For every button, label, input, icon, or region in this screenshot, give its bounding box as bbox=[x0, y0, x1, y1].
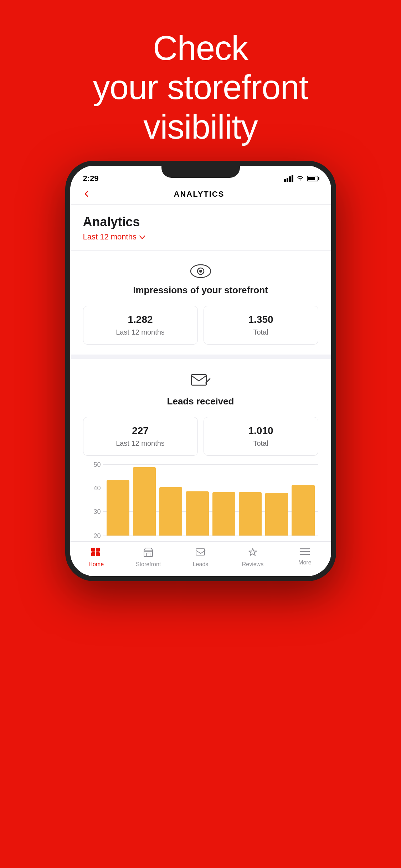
tab-reviews[interactable]: Reviews bbox=[227, 546, 279, 568]
leads-stat1-number: 227 bbox=[89, 425, 192, 436]
impressions-stat1-label: Last 12 months bbox=[89, 328, 192, 336]
grid-line-20: 20 bbox=[103, 536, 318, 536]
impressions-stat2-number: 1.350 bbox=[210, 314, 312, 325]
eye-icon bbox=[83, 263, 318, 279]
signal-icon bbox=[284, 175, 293, 182]
chart-bar-4 bbox=[212, 492, 235, 536]
tab-storefront-label: Storefront bbox=[136, 561, 161, 568]
screen-content: Analytics Last 12 months bbox=[70, 205, 331, 576]
leads-stat1-label: Last 12 months bbox=[89, 439, 192, 448]
tab-leads[interactable]: Leads bbox=[174, 546, 226, 568]
svg-rect-5 bbox=[96, 548, 100, 552]
tab-home-label: Home bbox=[88, 561, 104, 568]
battery-icon bbox=[307, 176, 318, 181]
chart-bar-1 bbox=[133, 467, 156, 536]
nav-bar: ANALYTICS bbox=[70, 184, 331, 205]
chart-bar-0 bbox=[107, 480, 129, 536]
impressions-stat1-number: 1.282 bbox=[89, 314, 192, 325]
status-time: 2:29 bbox=[83, 171, 99, 183]
nav-title: ANALYTICS bbox=[174, 190, 225, 199]
leads-stat1: 227 Last 12 months bbox=[83, 417, 198, 456]
more-icon bbox=[299, 547, 310, 557]
svg-point-2 bbox=[199, 270, 202, 273]
leads-stat2-number: 1.010 bbox=[210, 425, 312, 436]
tab-leads-label: Leads bbox=[193, 561, 209, 568]
svg-rect-7 bbox=[96, 552, 100, 556]
tab-bar: Home Storefront bbox=[70, 541, 331, 576]
svg-rect-4 bbox=[91, 548, 95, 552]
analytics-header: Analytics Last 12 months bbox=[70, 205, 331, 250]
chevron-down-icon bbox=[139, 233, 145, 241]
hero-line2: your storefront bbox=[93, 68, 308, 107]
impressions-title: Impressions of your storefront bbox=[83, 285, 318, 296]
chart-bar-7 bbox=[292, 485, 314, 536]
home-icon bbox=[91, 547, 102, 559]
leads-title: Leads received bbox=[83, 396, 318, 407]
impressions-stat2: 1.350 Total bbox=[204, 306, 318, 345]
chart-bar-3 bbox=[186, 491, 209, 536]
notch bbox=[161, 166, 240, 178]
date-filter[interactable]: Last 12 months bbox=[83, 232, 318, 242]
grid-label-50: 50 bbox=[85, 461, 101, 469]
leads-stat2: 1.010 Total bbox=[204, 417, 318, 456]
hero-line1: Check bbox=[93, 29, 308, 68]
phone-frame: 2:29 bbox=[65, 161, 336, 581]
leads-section: Leads received 227 Last 12 months 1.010 … bbox=[70, 359, 331, 541]
leads-tab-icon bbox=[195, 547, 206, 559]
grid-label-20: 20 bbox=[85, 532, 101, 540]
svg-rect-6 bbox=[91, 552, 95, 556]
chart-bar-5 bbox=[239, 492, 262, 536]
impressions-section: Impressions of your storefront 1.282 Las… bbox=[70, 250, 331, 355]
impressions-stat1: 1.282 Last 12 months bbox=[83, 306, 198, 345]
leads-stat2-label: Total bbox=[210, 439, 312, 448]
tab-more-label: More bbox=[298, 559, 311, 566]
hero-text: Check your storefront visibility bbox=[72, 0, 330, 161]
tab-storefront[interactable]: Storefront bbox=[122, 546, 174, 568]
hero-line3: visibility bbox=[93, 107, 308, 146]
chart-bars bbox=[103, 464, 318, 536]
svg-rect-9 bbox=[146, 553, 150, 557]
app-wrapper: Check your storefront visibility 2:29 bbox=[0, 0, 401, 868]
chart-area: 50 40 30 20 bbox=[83, 464, 318, 536]
leads-stats: 227 Last 12 months 1.010 Total bbox=[83, 417, 318, 456]
impressions-stat2-label: Total bbox=[210, 328, 312, 336]
svg-rect-3 bbox=[191, 374, 206, 385]
svg-rect-8 bbox=[144, 550, 153, 557]
back-button[interactable] bbox=[83, 188, 90, 200]
date-filter-label: Last 12 months bbox=[83, 232, 137, 242]
chart-bar-6 bbox=[265, 493, 288, 536]
analytics-title: Analytics bbox=[83, 215, 318, 229]
reviews-icon bbox=[247, 547, 258, 559]
grid-label-40: 40 bbox=[85, 485, 101, 492]
tab-home[interactable]: Home bbox=[70, 546, 122, 568]
leads-icon bbox=[83, 372, 318, 390]
tab-reviews-label: Reviews bbox=[242, 561, 263, 568]
phone-screen: 2:29 bbox=[70, 166, 331, 576]
wifi-icon bbox=[296, 175, 304, 182]
impressions-stats: 1.282 Last 12 months 1.350 Total bbox=[83, 306, 318, 345]
status-icons bbox=[284, 172, 318, 182]
storefront-icon bbox=[143, 547, 154, 559]
chart-bar-2 bbox=[159, 487, 182, 536]
grid-label-30: 30 bbox=[85, 508, 101, 516]
leads-chart: 50 40 30 20 bbox=[83, 464, 318, 541]
tab-more[interactable]: More bbox=[279, 546, 331, 568]
